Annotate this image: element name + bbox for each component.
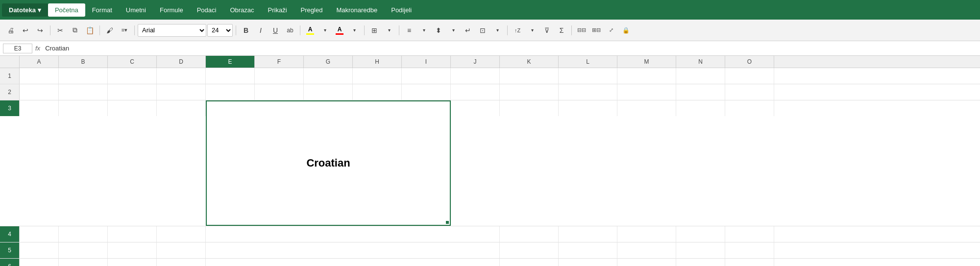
cell-c5[interactable] [108,242,157,258]
col-header-e[interactable]: E [206,56,255,68]
cell-m4[interactable] [617,226,676,242]
menu-formule[interactable]: Formule [153,3,190,17]
menu-prikazi[interactable]: Prikaži [261,3,294,17]
strikethrough-button[interactable]: ab [283,24,297,37]
paste-button[interactable]: 📋 [83,24,97,37]
cell-a1[interactable] [20,68,59,84]
highlight-color-button[interactable]: A [303,24,317,37]
cell-n1[interactable] [676,68,725,84]
conditional-format-button[interactable]: ≡▾ [118,24,131,37]
cell-b3[interactable] [59,100,108,116]
cell-j5[interactable] [451,242,500,258]
cell-l3[interactable] [559,100,617,116]
bold-button[interactable]: B [239,24,253,37]
menu-makronaredbe[interactable]: Makronaredbe [329,3,384,17]
cell-a2[interactable] [20,84,59,100]
col-header-j[interactable]: J [451,56,500,68]
row-header-5[interactable]: 5 [0,242,20,258]
menu-podijeli[interactable]: Podijeli [384,3,418,17]
lock-button[interactable]: 🔒 [619,24,633,37]
cell-o6[interactable] [725,259,774,266]
merge-dropdown[interactable]: ▾ [490,24,504,37]
cell-l1[interactable] [559,68,617,84]
formula-input[interactable] [43,45,977,52]
cell-n2[interactable] [676,84,725,100]
cell-n5[interactable] [676,242,725,258]
cell-j4[interactable] [451,226,500,242]
cell-j2[interactable] [451,84,500,100]
cell-d6[interactable] [157,259,206,266]
row-header-2[interactable]: 2 [0,84,20,100]
highlight-color-dropdown[interactable]: ▾ [318,24,332,37]
cell-i2[interactable] [402,84,451,100]
cut-button[interactable]: ✂ [53,24,67,37]
borders-dropdown[interactable]: ▾ [382,24,396,37]
col-header-o[interactable]: O [725,56,774,68]
cell-b6[interactable] [59,259,108,266]
merge-button[interactable]: ⊡ [476,24,490,37]
cell-j6[interactable] [451,259,500,266]
cell-c1[interactable] [108,68,157,84]
cell-f2[interactable] [255,84,304,100]
copy-button[interactable]: ⧉ [68,24,82,37]
menu-pregled[interactable]: Pregled [294,3,330,17]
cell-h1[interactable] [353,68,402,84]
cell-l5[interactable] [559,242,617,258]
cell-c2[interactable] [108,84,157,100]
menu-obrazac[interactable]: Obrazac [223,3,261,17]
col-header-l[interactable]: L [559,56,617,68]
wrap-button[interactable]: ↵ [461,24,475,37]
cell-k5[interactable] [500,242,559,258]
print-button[interactable]: 🖨 [4,24,18,37]
menu-umetni[interactable]: Umetni [119,3,153,17]
menu-format[interactable]: Format [85,3,119,17]
col-header-m[interactable]: M [617,56,676,68]
merged-cell-e3-i10[interactable]: Croatian [206,100,451,226]
cell-d1[interactable] [157,68,206,84]
cell-m5[interactable] [617,242,676,258]
italic-button[interactable]: I [254,24,268,37]
cell-e2[interactable] [206,84,255,100]
font-color-dropdown[interactable]: ▾ [347,24,361,37]
font-selector[interactable]: Arial [138,24,206,37]
cell-h2[interactable] [353,84,402,100]
cell-a3[interactable] [20,100,59,116]
cell-d3[interactable] [157,100,206,116]
align-dropdown[interactable]: ▾ [417,24,431,37]
cell-n4[interactable] [676,226,725,242]
cell-a5[interactable] [20,242,59,258]
align-button[interactable]: ≡ [402,24,416,37]
cell-k4[interactable] [500,226,559,242]
more-options-button[interactable]: ⊟⊟ [575,24,588,37]
underline-button[interactable]: U [269,24,282,37]
col-header-f[interactable]: F [255,56,304,68]
col-header-b[interactable]: B [59,56,108,68]
cell-b2[interactable] [59,84,108,100]
cell-k2[interactable] [500,84,559,100]
paint-format-button[interactable]: 🖌 [103,24,117,37]
col-header-k[interactable]: K [500,56,559,68]
cell-g1[interactable] [304,68,353,84]
cell-d2[interactable] [157,84,206,100]
redo-button[interactable]: ↪ [33,24,47,37]
cell-l6[interactable] [559,259,617,266]
cell-m3[interactable] [617,100,676,116]
col-header-d[interactable]: D [157,56,206,68]
cell-m2[interactable] [617,84,676,100]
cell-d4[interactable] [157,226,206,242]
cell-o3[interactable] [725,100,774,116]
cell-j1[interactable] [451,68,500,84]
cell-a4[interactable] [20,226,59,242]
col-header-h[interactable]: H [353,56,402,68]
font-size-selector[interactable]: 24 [207,24,233,37]
col-options-button[interactable]: ⊞⊟ [589,24,603,37]
col-header-a[interactable]: A [20,56,59,68]
cell-j3[interactable] [451,100,500,116]
filter-button[interactable]: ⊽ [540,24,554,37]
expand-button[interactable]: ⤢ [604,24,618,37]
cell-d5[interactable] [157,242,206,258]
cell-o4[interactable] [725,226,774,242]
font-color-button[interactable]: A [333,24,346,37]
row-header-1[interactable]: 1 [0,68,20,84]
col-header-n[interactable]: N [676,56,725,68]
